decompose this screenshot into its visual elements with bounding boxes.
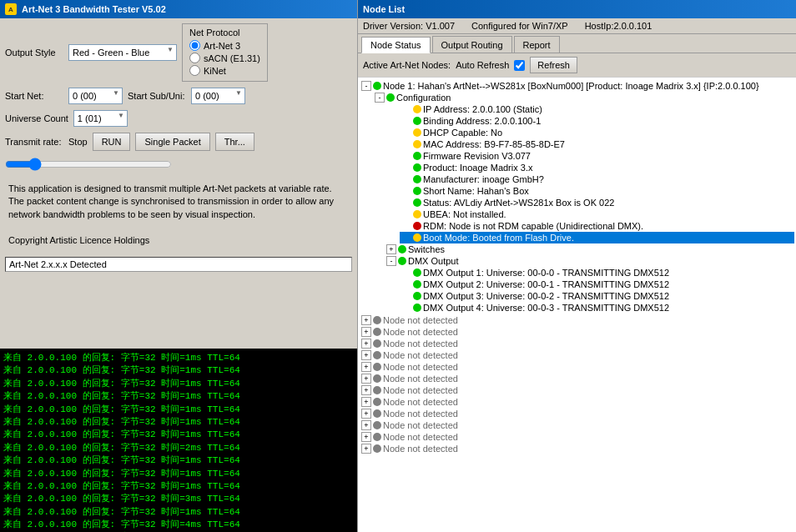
start-net-select[interactable]: 0 (00) (68, 88, 123, 104)
tab-output-routing-label: Output Routing (441, 40, 503, 50)
console-line: 来自 2.0.0.100 的回复: 字节=32 时间=1ms TTL=64 (3, 404, 354, 416)
active-artnet-nodes-label: Active Art-Net Nodes: (363, 60, 451, 70)
dmx-output-expand[interactable]: - (386, 256, 396, 266)
node-status: Status: AVLdiy ArtNet->WS281x Box is OK … (423, 198, 614, 208)
copyright-text: Copyright Artistic Licence Holdings (8, 234, 349, 247)
boot-mode-row[interactable]: Boot Mode: Booted from Flash Drive. (400, 232, 794, 243)
configuration-row[interactable]: - Configuration (373, 92, 794, 103)
dmx-output-item[interactable]: DMX Output 1: Universe: 00-0-0 - TRANSMI… (400, 267, 794, 279)
description-box: This application is designed to transmit… (5, 179, 352, 250)
status-bar: Art-Net 2.x.x.x Detected (5, 257, 352, 272)
undetected-label: Node not detected (383, 444, 458, 454)
transmit-rate-label: Transmit rate: (5, 137, 63, 147)
node1-expand[interactable]: - (361, 81, 371, 91)
run-button[interactable]: RUN (93, 133, 131, 151)
active-nodes-bar: Active Art-Net Nodes: Auto Refresh Refre… (358, 53, 796, 78)
mac-address: MAC Address: B9-F7-85-85-8D-E7 (423, 139, 565, 149)
dmx-output-row[interactable]: - DMX Output (373, 255, 794, 267)
undetected-expand[interactable]: + (361, 397, 371, 407)
single-packet-button[interactable]: Single Packet (135, 133, 209, 151)
undetected-dot (373, 339, 381, 348)
output-style-wrapper[interactable]: Red - Green - Blue White Black Ramp Up R… (68, 44, 177, 61)
kinet-radio[interactable] (189, 65, 200, 76)
tab-bar: Node Status Output Routing Report (358, 34, 796, 53)
undetected-expand[interactable]: + (361, 420, 371, 430)
status-row: Status: AVLdiy ArtNet->WS281x Box is OK … (400, 197, 794, 208)
undetected-label: Node not detected (383, 432, 458, 442)
dmx-item-dot (413, 269, 421, 277)
node-list-title: Node List (363, 4, 405, 14)
short-name-dot (413, 187, 421, 195)
dmx-item-dot (413, 280, 421, 289)
rate-slider[interactable] (5, 158, 172, 171)
undetected-expand[interactable]: + (361, 350, 371, 360)
configuration-dot (386, 93, 395, 102)
dmx-output-item[interactable]: DMX Output 2: Universe: 00-0-1 - TRANSMI… (400, 279, 794, 290)
undetected-label: Node not detected (383, 315, 458, 325)
undetected-expand[interactable]: + (361, 444, 371, 454)
switches-row[interactable]: + Switches (373, 243, 794, 255)
undetected-label: Node not detected (383, 409, 458, 419)
product-dot (413, 163, 421, 172)
dmx-item-label: DMX Output 1: Universe: 00-0-0 - TRANSMI… (423, 268, 669, 278)
dmx-output-dot (398, 257, 406, 265)
undetected-expand[interactable]: + (361, 327, 371, 337)
tab-output-routing[interactable]: Output Routing (432, 36, 512, 53)
undetected-expand[interactable]: + (361, 432, 371, 442)
switches-expand[interactable]: + (386, 244, 396, 254)
start-net-wrapper[interactable]: 0 (00) (68, 88, 123, 104)
list-item: +Node not detected (360, 361, 794, 373)
app-icon: A (5, 3, 17, 15)
auto-refresh-label: Auto Refresh (456, 60, 509, 70)
configuration-section: - Configuration IP Address: 2.0.0.100 (S… (360, 92, 794, 314)
tab-node-status[interactable]: Node Status (361, 37, 431, 53)
kinet-label: KiNet (204, 66, 226, 76)
undetected-dot (373, 398, 381, 406)
throttle-button[interactable]: Thr... (215, 133, 254, 151)
ip-address-row: IP Address: 2.0.0.100 (Static) (400, 103, 794, 115)
undetected-expand[interactable]: + (361, 315, 371, 325)
start-sub-uni-wrapper[interactable]: 0 (00) (191, 88, 245, 104)
output-style-label: Output Style (5, 48, 63, 58)
sacn-radio-row: sACN (E1.31) (189, 53, 260, 63)
output-style-select[interactable]: Red - Green - Blue White Black Ramp Up R… (68, 44, 177, 61)
short-name: Short Name: Hahan's Box (423, 186, 529, 196)
console-line: 来自 2.0.0.100 的回复: 字节=32 时间=1ms TTL=64 (3, 416, 354, 429)
node1-row[interactable]: - Node 1: Hahan's ArtNet-->WS281x [BoxNu… (360, 80, 794, 92)
binding-address-row: Binding Address: 2.0.0.100-1 (400, 115, 794, 127)
list-item: +Node not detected (360, 349, 794, 361)
configuration-expand[interactable]: - (375, 93, 385, 103)
dmx-output-item[interactable]: DMX Output 3: Universe: 00-0-2 - TRANSMI… (400, 290, 794, 302)
undetected-expand[interactable]: + (361, 374, 371, 384)
undetected-label: Node not detected (383, 350, 458, 360)
configuration-label: Configuration (396, 93, 451, 103)
undetected-expand[interactable]: + (361, 339, 371, 349)
firmware-row: Firmware Revision V3.077 (400, 150, 794, 162)
console-area: 来自 2.0.0.100 的回复: 字节=32 时间=1ms TTL=64来自 … (0, 349, 357, 532)
refresh-button[interactable]: Refresh (530, 57, 577, 73)
tab-report[interactable]: Report (514, 36, 560, 53)
undetected-expand[interactable]: + (361, 362, 371, 372)
undetected-label: Node not detected (383, 385, 458, 395)
net-protocol-title: Net Protocol (189, 28, 260, 38)
sacn-radio[interactable] (189, 53, 200, 63)
dhcp-dot (413, 128, 421, 137)
tab-report-label: Report (523, 40, 551, 50)
undetected-expand[interactable]: + (361, 409, 371, 419)
undetected-dot (373, 351, 381, 359)
boot-mode: Boot Mode: Booted from Flash Drive. (423, 233, 574, 243)
dmx-output-item[interactable]: DMX Output 4: Universe: 00-0-3 - TRANSMI… (400, 302, 794, 314)
undetected-expand[interactable]: + (361, 385, 371, 395)
manufacturer-row: Manufacturer: inoage GmbH? (400, 173, 794, 185)
tree-container[interactable]: - Node 1: Hahan's ArtNet-->WS281x [BoxNu… (358, 78, 796, 532)
universe-count-wrapper[interactable]: 1 (01) (73, 110, 128, 127)
start-sub-uni-select[interactable]: 0 (00) (191, 88, 245, 104)
undetected-dot (373, 316, 381, 324)
ip-address: IP Address: 2.0.0.100 (Static) (423, 104, 542, 114)
dmx-outputs: DMX Output 1: Universe: 00-0-0 - TRANSMI… (373, 267, 794, 314)
auto-refresh-checkbox[interactable] (514, 60, 525, 71)
artnet3-radio[interactable] (189, 40, 200, 51)
start-sub-uni-label: Start Sub/Uni: (128, 91, 186, 101)
host-ip: HostIp:2.0.0.101 (585, 21, 652, 31)
universe-count-select[interactable]: 1 (01) (73, 110, 128, 127)
